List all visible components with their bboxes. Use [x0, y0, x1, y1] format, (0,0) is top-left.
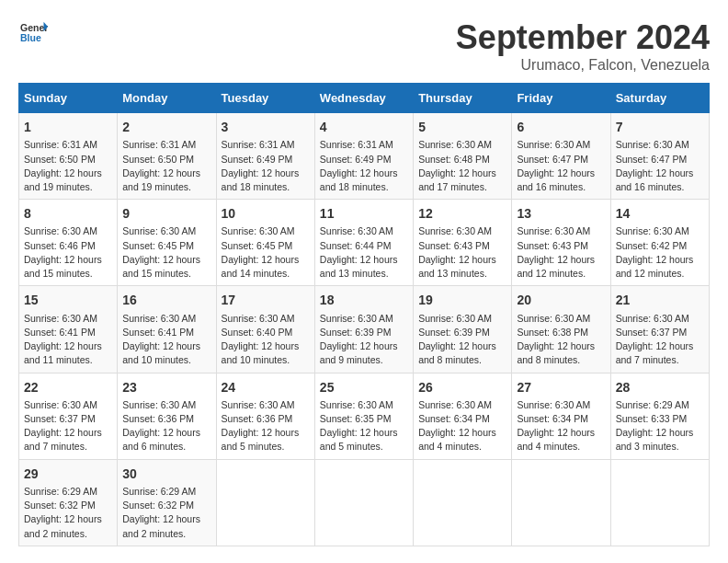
- sunset-label: Sunset: 6:36 PM: [222, 413, 293, 424]
- daylight-label: Daylight: 12 hours and 16 minutes.: [616, 167, 694, 192]
- day-number: 4: [320, 118, 408, 136]
- daylight-label: Daylight: 12 hours and 17 minutes.: [418, 167, 496, 192]
- col-header-sunday: Sunday: [19, 84, 118, 113]
- title-block: September 2024 Urumaco, Falcon, Venezuel…: [456, 18, 710, 74]
- sunrise-label: Sunrise: 6:31 AM: [222, 139, 295, 150]
- sunrise-label: Sunrise: 6:30 AM: [320, 399, 393, 410]
- sunset-label: Sunset: 6:37 PM: [616, 327, 688, 338]
- sunrise-label: Sunrise: 6:30 AM: [24, 399, 97, 410]
- calendar-cell: 9Sunrise: 6:30 AMSunset: 6:45 PMDaylight…: [118, 200, 216, 286]
- sunrise-label: Sunrise: 6:30 AM: [517, 139, 590, 150]
- calendar-cell: 19Sunrise: 6:30 AMSunset: 6:39 PMDayligh…: [414, 286, 512, 373]
- sunset-label: Sunset: 6:41 PM: [24, 327, 96, 338]
- sunrise-label: Sunrise: 6:29 AM: [616, 399, 689, 410]
- calendar-cell: 2Sunrise: 6:31 AMSunset: 6:50 PMDaylight…: [118, 113, 216, 200]
- sunset-label: Sunset: 6:43 PM: [418, 240, 490, 251]
- sunrise-label: Sunrise: 6:30 AM: [517, 399, 590, 410]
- calendar-cell: 3Sunrise: 6:31 AMSunset: 6:49 PMDaylight…: [216, 113, 314, 200]
- calendar-cell: 13Sunrise: 6:30 AMSunset: 6:43 PMDayligh…: [512, 200, 610, 286]
- calendar-cell: 23Sunrise: 6:30 AMSunset: 6:36 PMDayligh…: [118, 373, 216, 459]
- daylight-label: Daylight: 12 hours and 15 minutes.: [24, 254, 102, 279]
- sunrise-label: Sunrise: 6:30 AM: [122, 225, 196, 236]
- sunset-label: Sunset: 6:45 PM: [122, 240, 194, 251]
- sunset-label: Sunset: 6:34 PM: [517, 413, 588, 424]
- day-number: 12: [418, 204, 506, 223]
- calendar-row-4: 22Sunrise: 6:30 AMSunset: 6:37 PMDayligh…: [19, 373, 710, 459]
- sunset-label: Sunset: 6:47 PM: [616, 154, 688, 165]
- sunset-label: Sunset: 6:35 PM: [320, 413, 392, 424]
- daylight-label: Daylight: 12 hours and 13 minutes.: [320, 254, 398, 279]
- day-number: 19: [418, 291, 506, 309]
- daylight-label: Daylight: 12 hours and 9 minutes.: [320, 340, 398, 365]
- col-header-thursday: Thursday: [414, 84, 512, 113]
- daylight-label: Daylight: 12 hours and 4 minutes.: [517, 427, 595, 452]
- daylight-label: Daylight: 12 hours and 19 minutes.: [24, 167, 102, 192]
- daylight-label: Daylight: 12 hours and 15 minutes.: [122, 254, 200, 279]
- calendar-cell: 29Sunrise: 6:29 AMSunset: 6:32 PMDayligh…: [19, 459, 118, 546]
- calendar-cell: 20Sunrise: 6:30 AMSunset: 6:38 PMDayligh…: [512, 286, 610, 373]
- sunrise-label: Sunrise: 6:30 AM: [24, 225, 97, 236]
- daylight-label: Daylight: 12 hours and 10 minutes.: [122, 340, 200, 365]
- calendar-cell: 21Sunrise: 6:30 AMSunset: 6:37 PMDayligh…: [610, 286, 709, 373]
- sunrise-label: Sunrise: 6:31 AM: [320, 139, 393, 150]
- sunset-label: Sunset: 6:41 PM: [122, 327, 194, 338]
- daylight-label: Daylight: 12 hours and 7 minutes.: [24, 427, 102, 452]
- sunset-label: Sunset: 6:49 PM: [222, 154, 293, 165]
- calendar-row-2: 8Sunrise: 6:30 AMSunset: 6:46 PMDaylight…: [19, 200, 710, 286]
- col-header-tuesday: Tuesday: [216, 84, 314, 113]
- day-number: 13: [517, 204, 605, 223]
- calendar-cell: 24Sunrise: 6:30 AMSunset: 6:36 PMDayligh…: [216, 373, 314, 459]
- daylight-label: Daylight: 12 hours and 10 minutes.: [222, 340, 300, 365]
- daylight-label: Daylight: 12 hours and 12 minutes.: [616, 254, 694, 279]
- day-number: 15: [24, 291, 112, 309]
- sunrise-label: Sunrise: 6:30 AM: [222, 225, 295, 236]
- day-number: 21: [616, 291, 704, 309]
- day-number: 14: [616, 204, 704, 223]
- calendar-cell: [314, 459, 413, 546]
- sunrise-label: Sunrise: 6:31 AM: [122, 139, 196, 150]
- sunset-label: Sunset: 6:42 PM: [616, 240, 688, 251]
- sunset-label: Sunset: 6:39 PM: [418, 327, 490, 338]
- sunrise-label: Sunrise: 6:30 AM: [320, 313, 393, 324]
- calendar-cell: 17Sunrise: 6:30 AMSunset: 6:40 PMDayligh…: [216, 286, 314, 373]
- calendar-cell: 28Sunrise: 6:29 AMSunset: 6:33 PMDayligh…: [610, 373, 709, 459]
- sunrise-label: Sunrise: 6:30 AM: [616, 313, 689, 324]
- calendar-table: SundayMondayTuesdayWednesdayThursdayFrid…: [18, 83, 710, 546]
- logo-icon: General Blue: [20, 18, 48, 46]
- sunrise-label: Sunrise: 6:30 AM: [122, 313, 196, 324]
- daylight-label: Daylight: 12 hours and 18 minutes.: [222, 167, 300, 192]
- calendar-header-row: SundayMondayTuesdayWednesdayThursdayFrid…: [19, 84, 710, 113]
- calendar-row-3: 15Sunrise: 6:30 AMSunset: 6:41 PMDayligh…: [19, 286, 710, 373]
- sunset-label: Sunset: 6:45 PM: [222, 240, 293, 251]
- day-number: 11: [320, 204, 408, 223]
- day-number: 6: [517, 118, 605, 136]
- calendar-cell: 15Sunrise: 6:30 AMSunset: 6:41 PMDayligh…: [19, 286, 118, 373]
- day-number: 2: [122, 118, 210, 136]
- day-number: 30: [122, 465, 210, 483]
- calendar-cell: 16Sunrise: 6:30 AMSunset: 6:41 PMDayligh…: [118, 286, 216, 373]
- daylight-label: Daylight: 12 hours and 7 minutes.: [616, 340, 694, 365]
- col-header-monday: Monday: [118, 84, 216, 113]
- day-number: 27: [517, 378, 605, 396]
- day-number: 18: [320, 291, 408, 309]
- sunrise-label: Sunrise: 6:30 AM: [418, 399, 492, 410]
- day-number: 9: [122, 204, 210, 223]
- sunrise-label: Sunrise: 6:30 AM: [616, 225, 689, 236]
- month-title: September 2024: [456, 18, 710, 57]
- calendar-cell: 10Sunrise: 6:30 AMSunset: 6:45 PMDayligh…: [216, 200, 314, 286]
- sunset-label: Sunset: 6:33 PM: [616, 413, 688, 424]
- calendar-cell: [512, 459, 610, 546]
- location: Urumaco, Falcon, Venezuela: [456, 57, 710, 74]
- day-number: 24: [222, 378, 310, 396]
- calendar-cell: [414, 459, 512, 546]
- sunset-label: Sunset: 6:50 PM: [24, 154, 96, 165]
- calendar-row-5: 29Sunrise: 6:29 AMSunset: 6:32 PMDayligh…: [19, 459, 710, 546]
- calendar-cell: 12Sunrise: 6:30 AMSunset: 6:43 PMDayligh…: [414, 200, 512, 286]
- calendar-cell: 5Sunrise: 6:30 AMSunset: 6:48 PMDaylight…: [414, 113, 512, 200]
- daylight-label: Daylight: 12 hours and 8 minutes.: [517, 340, 595, 365]
- sunset-label: Sunset: 6:32 PM: [24, 500, 96, 511]
- sunset-label: Sunset: 6:36 PM: [122, 413, 194, 424]
- sunrise-label: Sunrise: 6:30 AM: [122, 399, 196, 410]
- col-header-saturday: Saturday: [610, 84, 709, 113]
- daylight-label: Daylight: 12 hours and 8 minutes.: [418, 340, 496, 365]
